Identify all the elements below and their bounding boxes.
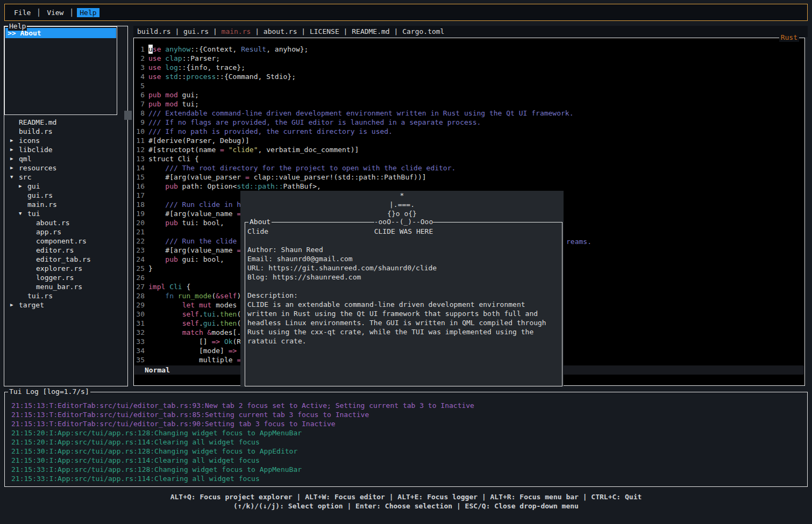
code-line-12: 12#[structopt(name = "clide", verbatim_d… [134,145,804,154]
tree-item-icons[interactable]: ▶icons [4,136,126,145]
code-token: gui: bool, [178,255,224,264]
tab-main-rs[interactable]: main.rs [222,27,251,35]
help-dropdown-title: Help [8,22,27,31]
log-entry: 21:15:13:T:EditorTab:src/tui/editor_tab.… [11,419,805,428]
tree-item-readme-md[interactable]: README.md [4,118,126,127]
tree-item-resources[interactable]: ▶resources [4,163,126,173]
tree-item-tui[interactable]: ▼tui [4,209,126,218]
log-entry: 21:15:20:I:App:src/tui/app.rs:128:Changi… [11,428,805,437]
code-token [165,282,169,291]
code-token: /// Extendable command-line driven devel… [148,109,574,118]
menu-view[interactable]: View [44,8,66,17]
tree-item-label: icons [19,136,40,145]
code-token: use [148,63,161,72]
code-token [224,145,229,154]
tree-item-label: tui.rs [27,291,53,300]
code-token: process [186,72,216,81]
line-number: 9 [134,118,145,127]
line-number: 1 [134,45,145,54]
tab-separator: | [171,27,183,35]
tree-item-editor-tab-rs[interactable]: editor_tab.rs [4,255,126,264]
tab-readme-md[interactable]: README.md [352,27,389,35]
code-token: PathBuf>, [283,182,320,191]
tree-item-label: logger.rs [36,273,74,282]
chevron-right-icon: ▶ [10,136,19,145]
line-number: 31 [134,319,145,328]
code-token: #[arg(value_name [148,246,237,255]
tree-item-label: gui.rs [27,191,53,200]
code-token: fn [165,291,174,300]
editor-tab-bar: build.rs | gui.rs | main.rs | about.rs |… [133,26,808,37]
tree-item-menu-bar-rs[interactable]: menu_bar.rs [4,282,126,291]
about-banner: CLIDE WAS HERE [247,227,560,236]
tree-item-main-rs[interactable]: main.rs [4,200,126,209]
code-line-9: 9/// If no flags are provided, the GUI e… [134,118,804,127]
menu-file[interactable]: File [11,8,33,17]
tree-item-gui[interactable]: ▶gui [4,182,126,191]
chevron-down-icon: ▼ [19,209,27,218]
about-text-line: ratatui crate. [247,336,560,346]
tab-separator: | [390,27,402,35]
line-number: 16 [134,182,145,191]
line-number: 5 [134,81,145,90]
code-token [148,310,182,319]
code-token: pub [165,182,177,191]
code-token [148,163,165,173]
about-text-line: Rust using the cxx-qt crate, while the T… [247,327,560,336]
code-line-11: 11#[derive(Parser, Debug)] [134,136,804,145]
tree-item-explorer-rs[interactable]: explorer.rs [4,264,126,273]
code-token [161,63,165,72]
tab-gui-rs[interactable]: gui.rs [183,27,209,35]
code-line-6: 6pub mod gui; [134,90,804,99]
menu-bar-items: File│View│Help [11,8,99,17]
tree-item-target[interactable]: ▶target [4,300,126,310]
code-token: :: [178,72,187,81]
code-token: /// Run the clide [165,236,241,246]
tree-item-qml[interactable]: ▶qml [4,154,126,163]
code-line-4: 4use std::process::{Command, Stdio}; [134,72,804,81]
tree-item-label: libclide [19,145,53,154]
tree-item-label: resources [19,163,56,173]
tree-item-logger-rs[interactable]: logger.rs [4,273,126,282]
tree-item-editor-rs[interactable]: editor.rs [4,246,126,255]
line-number: 8 [134,109,145,118]
code-token: std [165,72,177,81]
tree-item-about-rs[interactable]: about.rs [4,218,126,227]
menu-help[interactable]: Help [77,8,99,17]
code-token: { [182,282,191,291]
tab-license[interactable]: LICENSE [310,27,339,35]
code-token: ( [211,291,216,300]
menu-separator: │ [66,9,77,17]
code-token: pub mod [148,99,178,109]
tree-item-app-rs[interactable]: app.rs [4,227,126,236]
tree-item-build-rs[interactable]: build.rs [4,127,126,136]
shortcut-help-bar: ALT+Q: Focus project explorer | ALT+W: F… [0,492,812,511]
tree-item-gui-rs[interactable]: gui.rs [4,191,126,200]
shortcut-line-2: (↑/k)/(↓/j): Select option | Enter: Choo… [0,501,812,511]
tree-item-label: tui [27,209,40,218]
code-token: #[arg(value_name [148,209,237,218]
code-token: #[structopt(name [148,145,220,154]
tree-item-libclide[interactable]: ▶libclide [4,145,126,154]
about-header-row: ClideCLIDE WAS HERE [247,227,560,236]
tree-item-component-rs[interactable]: component.rs [4,236,126,246]
tab-cargo-toml[interactable]: Cargo.toml [402,27,444,35]
code-token [203,328,208,337]
about-popup-title: About [248,218,272,226]
code-line-13: 13struct Cli { [134,154,804,163]
code-token: pub [165,218,177,227]
help-dropdown-menu: Help >> About [4,26,117,115]
tab-about-rs[interactable]: about.rs [263,27,297,35]
line-number: 23 [134,246,145,255]
line-number: 10 [134,127,145,136]
line-number: 19 [134,209,145,218]
code-token: use [148,54,161,63]
chevron-right-icon: ▶ [10,163,19,173]
tab-build-rs[interactable]: build.rs [137,27,171,35]
tree-item-tui-rs[interactable]: tui.rs [4,291,126,300]
log-entry: 21:15:30:I:App:src/tui/app.rs:128:Changi… [11,447,805,456]
tree-item-label: explorer.rs [36,264,82,273]
line-number: 17 [134,191,145,200]
menu-bar: File│View│Help [4,4,808,21]
tree-item-src[interactable]: ▼src [4,173,126,182]
